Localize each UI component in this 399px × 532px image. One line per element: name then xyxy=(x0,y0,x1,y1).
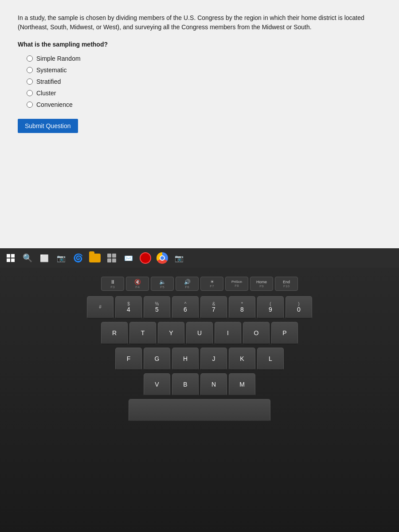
volume-down-icon: 🔈 xyxy=(159,279,166,285)
key-hash[interactable]: # xyxy=(87,296,113,319)
key-j[interactable]: J xyxy=(200,348,227,371)
windows-logo-icon xyxy=(7,254,15,262)
key-8[interactable]: * 8 xyxy=(229,296,255,319)
answer-options: Simple Random Systematic Stratified Clus… xyxy=(27,55,381,108)
question-text: In a study, the sample is chosen by divi… xyxy=(18,13,381,32)
function-key-row: ⏸ F3 🔇 F4 🔈 F5 🔊 F6 ☀ F7 PrtScn F8 Home … xyxy=(4,277,395,291)
key-0[interactable]: ) 0 xyxy=(286,296,312,319)
qwerty-row-1: R T Y U I O P xyxy=(4,322,395,345)
document-area: In a study, the sample is chosen by divi… xyxy=(0,0,399,248)
folder-icon xyxy=(89,254,101,262)
qwerty-row-2: F G H J K L xyxy=(4,348,395,371)
key-v[interactable]: V xyxy=(144,373,170,396)
option-cluster-label: Cluster xyxy=(36,90,56,97)
f10-key[interactable]: End F10 xyxy=(275,277,298,291)
email-button[interactable]: ✉️ xyxy=(121,251,136,265)
end-icon: End xyxy=(283,280,290,284)
radio-cluster[interactable] xyxy=(27,90,33,96)
key-7[interactable]: & 7 xyxy=(200,296,227,319)
key-l[interactable]: L xyxy=(257,348,284,371)
key-g[interactable]: G xyxy=(144,348,170,371)
camera2-button[interactable]: 📷 xyxy=(172,251,186,265)
keyboard-area: ⏸ F3 🔇 F4 🔈 F5 🔊 F6 ☀ F7 PrtScn F8 Home … xyxy=(0,268,399,532)
key-y[interactable]: Y xyxy=(158,322,184,345)
key-6[interactable]: ^ 6 xyxy=(172,296,199,319)
radio-convenience[interactable] xyxy=(27,102,33,108)
option-systematic-label: Systematic xyxy=(36,66,66,74)
home-icon: Home xyxy=(256,280,267,284)
radio-simple-random[interactable] xyxy=(27,55,33,62)
option-simple-random-label: Simple Random xyxy=(36,55,81,62)
key-9[interactable]: ( 9 xyxy=(257,296,284,319)
key-k[interactable]: K xyxy=(229,348,255,371)
sampling-method-label: What is the sampling method? xyxy=(18,41,381,48)
qwerty-row-3: V B N M xyxy=(4,373,395,396)
option-stratified-label: Stratified xyxy=(36,78,61,85)
option-convenience-label: Convenience xyxy=(36,101,73,108)
red-app-button[interactable] xyxy=(138,251,153,265)
key-h[interactable]: H xyxy=(172,348,199,371)
key-t[interactable]: T xyxy=(129,322,156,345)
key-b[interactable]: B xyxy=(172,373,199,396)
f9-key[interactable]: Home F9 xyxy=(250,277,273,291)
number-key-row: # $ 4 % 5 ^ 6 & 7 * 8 ( 9 ) 0 xyxy=(4,296,395,319)
key-o[interactable]: O xyxy=(243,322,270,345)
email-icon: ✉️ xyxy=(124,254,133,262)
key-f[interactable]: F xyxy=(115,348,142,371)
chrome-button[interactable] xyxy=(155,251,169,265)
taskbar: 🔍 ⬜ 📷 🌀 ✉️ 📷 xyxy=(0,248,399,268)
prtscn-icon: PrtScn xyxy=(231,280,242,284)
apps-grid-icon xyxy=(107,254,116,262)
camera-icon: 📷 xyxy=(57,254,66,262)
f8-key[interactable]: PrtScn F8 xyxy=(225,277,248,291)
key-i[interactable]: I xyxy=(215,322,241,345)
f5-key[interactable]: 🔈 F5 xyxy=(151,277,174,291)
apps-button[interactable] xyxy=(105,251,119,265)
volume-up-icon: 🔊 xyxy=(184,279,191,285)
file-explorer-button[interactable] xyxy=(88,251,102,265)
radio-stratified[interactable] xyxy=(27,78,33,85)
search-icon: 🔍 xyxy=(23,253,32,263)
windows-start-button[interactable] xyxy=(4,251,18,265)
key-u[interactable]: U xyxy=(186,322,213,345)
camera-button[interactable]: 📷 xyxy=(54,251,68,265)
option-stratified[interactable]: Stratified xyxy=(27,78,381,85)
edge-icon: 🌀 xyxy=(73,253,83,263)
option-cluster[interactable]: Cluster xyxy=(27,90,381,97)
key-p[interactable]: P xyxy=(271,322,298,345)
brightness-icon: ☀ xyxy=(210,279,214,284)
radio-systematic[interactable] xyxy=(27,67,33,73)
key-m[interactable]: M xyxy=(229,373,255,396)
key-n[interactable]: N xyxy=(200,373,227,396)
f3-key[interactable]: ⏸ F3 xyxy=(101,277,124,291)
submit-question-button[interactable]: Submit Question xyxy=(18,119,78,133)
mute-icon: 🔇 xyxy=(134,279,141,285)
camera2-icon: 📷 xyxy=(175,254,184,262)
task-view-button[interactable]: ⬜ xyxy=(37,251,51,265)
space-bar[interactable] xyxy=(129,399,270,422)
space-bar-row xyxy=(4,399,395,422)
option-simple-random[interactable]: Simple Random xyxy=(27,55,381,62)
search-taskbar-button[interactable]: 🔍 xyxy=(20,251,35,265)
option-systematic[interactable]: Systematic xyxy=(27,66,381,74)
f7-key[interactable]: ☀ F7 xyxy=(200,277,223,291)
f6-key[interactable]: 🔊 F6 xyxy=(176,277,199,291)
red-circle-icon xyxy=(140,252,151,264)
key-5[interactable]: % 5 xyxy=(144,296,170,319)
square-icon: ⬜ xyxy=(40,254,49,262)
f4-key[interactable]: 🔇 F4 xyxy=(126,277,149,291)
edge-browser-button[interactable]: 🌀 xyxy=(71,251,85,265)
chrome-icon xyxy=(156,252,168,264)
key-r[interactable]: R xyxy=(101,322,128,345)
key-4[interactable]: $ 4 xyxy=(115,296,142,319)
option-convenience[interactable]: Convenience xyxy=(27,101,381,108)
pause-icon: ⏸ xyxy=(110,279,115,285)
